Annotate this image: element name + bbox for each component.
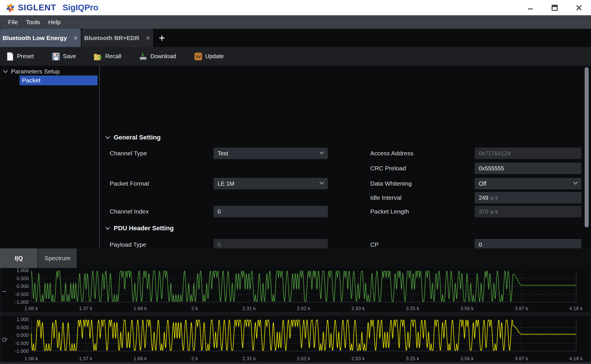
channel-index-label: Channel Index (110, 206, 149, 217)
siglent-logo: SIGLENT (5, 3, 56, 13)
packet-format-dropdown[interactable]: LE 1M (214, 178, 328, 189)
close-icon (575, 4, 582, 11)
brand-text: SIGLENT (18, 3, 56, 12)
access-address-label: Access Address (370, 148, 413, 159)
tab-close-button[interactable] (73, 36, 78, 40)
access-address-input: 0x71764129 (475, 148, 581, 159)
menu-tools[interactable]: Tools (22, 19, 44, 26)
tab-bluetooth-br-edr[interactable]: Bluetooth BR+EDR (82, 29, 153, 47)
menu-file[interactable]: File (4, 19, 22, 26)
section-pdu-header-setting[interactable]: PDU Header Setting (105, 225, 174, 232)
app-title: SigIQPro (63, 3, 98, 12)
data-whitening-dropdown[interactable]: Off (475, 178, 581, 189)
maximize-icon (551, 4, 558, 12)
i-chart-panel: I (1, 268, 590, 312)
channel-index-input[interactable]: 0 (214, 206, 328, 217)
vertical-scrollbar-thumb[interactable] (585, 67, 589, 227)
new-tab-button[interactable] (153, 29, 171, 47)
minimize-button[interactable] (518, 0, 543, 15)
app-window: SIGLENT SigIQPro File Tools Help Bluetoo… (0, 0, 591, 364)
payload-type-input: 0 (214, 239, 328, 248)
title-bar: SIGLENT SigIQPro (0, 0, 591, 15)
document-tab-bar: Bluetooth Low Energy Bluetooth BR+EDR (0, 29, 591, 47)
maximize-button[interactable] (543, 0, 567, 15)
close-icon (146, 36, 150, 40)
chevron-down-icon (319, 181, 324, 185)
channel-type-label: Channel Type (110, 148, 147, 159)
waveform-update-icon (194, 52, 203, 61)
toolbar: Preset Save Recall Download Update (0, 47, 591, 66)
floppy-disk-icon (52, 52, 60, 61)
folder-recall-icon (94, 52, 102, 61)
chevron-down-icon (319, 151, 324, 154)
waveform-panel: I|Q Spectrum I Q (0, 248, 591, 364)
tab-close-button[interactable] (146, 36, 150, 40)
q-axis-title: Q (1, 336, 8, 342)
idle-interval-input[interactable]: 249 μ s (475, 192, 581, 203)
close-button[interactable] (567, 0, 591, 15)
preset-button[interactable]: Preset (6, 52, 34, 61)
packet-format-label: Packet Format (110, 178, 149, 189)
i-axis-title: I (1, 286, 8, 293)
main-content: Parameters Setup Packet General Setting … (0, 66, 591, 248)
tab-iq[interactable]: I|Q (0, 248, 38, 268)
close-icon (73, 36, 78, 40)
tab-bluetooth-low-energy[interactable]: Bluetooth Low Energy (0, 29, 81, 47)
save-button[interactable]: Save (52, 52, 76, 61)
packet-length-label: Packet Length (370, 206, 409, 217)
packet-length-input: 376 μ s (475, 206, 581, 217)
crc-preload-input[interactable]: 0x555555 (475, 163, 581, 174)
tree-node-parameters-setup[interactable]: Parameters Setup (3, 68, 60, 75)
microseconds-unit: μ s (491, 209, 498, 215)
plus-icon (159, 35, 165, 41)
crc-preload-label: CRC Preload (370, 163, 406, 174)
q-waveform-chart[interactable] (1, 316, 590, 362)
device-download-icon (139, 52, 148, 61)
cp-input[interactable]: 0 (475, 239, 581, 248)
window-controls (518, 0, 591, 15)
tab-bar-filler (77, 248, 591, 268)
channel-type-dropdown[interactable]: Test (214, 148, 328, 159)
view-tab-bar: I|Q Spectrum (0, 248, 77, 268)
payload-type-label: Payload Type (110, 239, 146, 248)
tab-spectrum[interactable]: Spectrum (38, 248, 77, 268)
minimize-icon (527, 4, 534, 11)
chevron-down-icon (105, 227, 110, 230)
parameters-tree: Parameters Setup Packet (0, 66, 99, 248)
blank-page-icon (6, 52, 14, 61)
microseconds-unit: μ s (491, 195, 498, 201)
update-button[interactable]: Update (194, 52, 224, 61)
q-chart-panel: Q (1, 316, 590, 362)
horizontal-scrollbar[interactable] (0, 362, 591, 364)
download-button[interactable]: Download (139, 52, 176, 61)
section-general-setting[interactable]: General Setting (105, 134, 161, 141)
chevron-down-icon (573, 181, 578, 185)
menu-help[interactable]: Help (44, 19, 65, 26)
tree-item-packet[interactable]: Packet (20, 76, 98, 85)
chevron-down-icon (105, 136, 110, 139)
idle-interval-label: Idle Interval (370, 192, 402, 203)
menu-bar: File Tools Help (0, 15, 591, 29)
chevron-down-icon (3, 70, 8, 73)
settings-form: General Setting Channel Type Test Access… (100, 66, 591, 248)
recall-button[interactable]: Recall (94, 52, 121, 61)
i-waveform-chart[interactable] (1, 268, 590, 312)
data-whitening-label: Data Whitening (370, 178, 412, 189)
siglent-swirl-icon (5, 3, 16, 13)
cp-label: CP (370, 239, 379, 248)
